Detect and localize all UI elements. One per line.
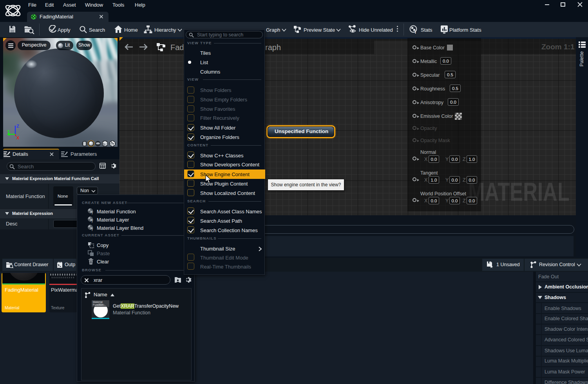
svg-text:Y: Y <box>7 129 10 134</box>
svg-text:f: f <box>92 227 93 231</box>
svg-text:f: f <box>92 211 93 215</box>
svg-text:Z: Z <box>16 124 19 128</box>
svg-text:X: X <box>16 135 20 140</box>
svg-text:f: f <box>92 219 93 223</box>
svg-text:i: i <box>415 30 416 34</box>
